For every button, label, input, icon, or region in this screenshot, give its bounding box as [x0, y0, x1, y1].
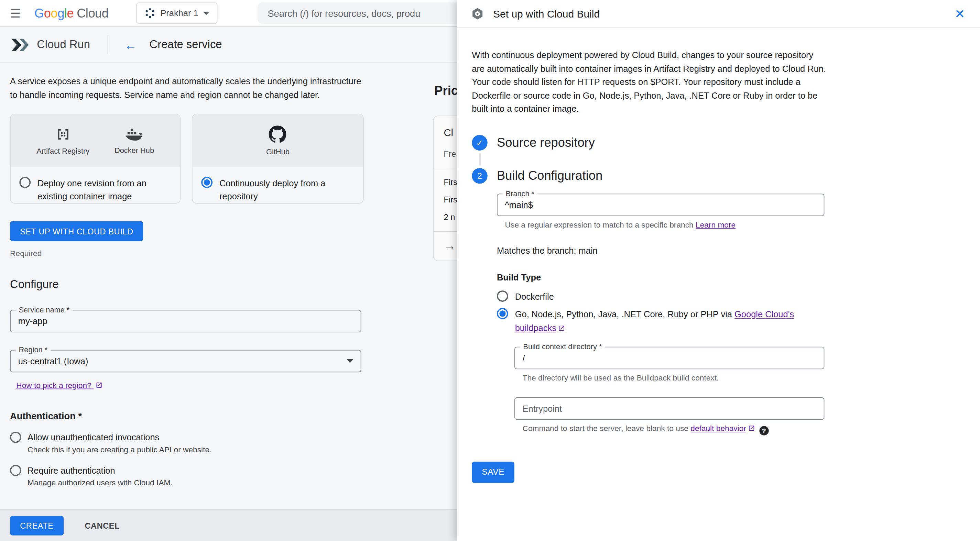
google-wordmark: Google: [34, 6, 73, 20]
region-label: Region *: [16, 346, 51, 354]
build-configuration-form: Branch * Use a regular expression to mat…: [497, 194, 965, 435]
setup-cloud-build-button[interactable]: SET UP WITH CLOUD BUILD: [10, 221, 143, 241]
panel-intro-2: Your code should listen for HTTP request…: [472, 76, 828, 116]
create-service-form: A service exposes a unique endpoint and …: [0, 63, 433, 509]
buildtype-buildpacks[interactable]: Go, Node.js, Python, Java, .NET Core, Ru…: [497, 308, 965, 335]
build-context-field[interactable]: Build context directory *: [514, 347, 824, 369]
service-intro-text: A service exposes a unique endpoint and …: [10, 75, 368, 102]
build-context-helper: The directory will be used as the Buildp…: [523, 374, 965, 382]
repo-icons: GitHub: [192, 114, 363, 167]
product-name: Cloud Run: [37, 38, 90, 51]
panel-body: With continuous deployment powered by Cl…: [457, 28, 980, 482]
required-note: Required: [10, 249, 423, 258]
page-title: Create service: [150, 38, 222, 51]
build-type-heading: Build Type: [497, 272, 965, 282]
project-name: Prakhar 1: [160, 8, 198, 18]
create-button[interactable]: CREATE: [10, 516, 64, 535]
learn-more-link[interactable]: Learn more: [696, 221, 735, 229]
radio-continuous-deploy[interactable]: [201, 177, 213, 188]
chevron-down-icon: [203, 12, 209, 15]
build-context-input[interactable]: [523, 353, 816, 363]
region-help-link[interactable]: How to pick a region?: [16, 381, 102, 390]
step-source-repository-title: Source repository: [497, 135, 595, 150]
registry-icons: Artifact Registry Docker Hub: [11, 114, 180, 167]
step-build-configuration: 2 Build Configuration: [472, 168, 965, 183]
region-help-link-text: How to pick a region?: [16, 381, 91, 390]
radio-allow-unauthenticated[interactable]: [10, 432, 21, 443]
entrypoint-input[interactable]: [523, 403, 816, 414]
entrypoint-field[interactable]: [514, 397, 824, 420]
external-link-icon: [558, 324, 565, 332]
step-build-configuration-title: Build Configuration: [497, 168, 603, 183]
cloud-run-icon: [10, 37, 29, 52]
branch-helper: Use a regular expression to match to a s…: [505, 221, 965, 229]
branch-match-text: Matches the branch: main: [497, 245, 965, 255]
external-link-icon: [95, 382, 102, 389]
configure-heading: Configure: [10, 278, 423, 291]
panel-intro-1: With continuous deployment powered by Cl…: [472, 49, 828, 76]
artifact-registry-label: Artifact Registry: [37, 147, 89, 155]
auth-option-unauthenticated-label: Allow unauthenticated invocations: [27, 432, 212, 444]
radio-dockerfile[interactable]: [497, 290, 508, 301]
radio-continuous-deploy-label: Continuously deploy from a repository: [220, 177, 348, 203]
auth-option-require-auth-desc: Manage authorized users with Cloud IAM.: [27, 478, 173, 487]
buildtype-buildpacks-label: Go, Node.js, Python, Java, .NET Core, Ru…: [515, 308, 809, 335]
radio-deploy-existing-image[interactable]: [19, 177, 30, 188]
step-connector: [479, 152, 481, 165]
cloud-build-icon: [471, 7, 485, 21]
radio-require-authentication[interactable]: [10, 465, 21, 476]
docker-hub-label: Docker Hub: [115, 146, 154, 155]
default-behavior-link[interactable]: default behavior: [690, 424, 755, 433]
dropdown-caret-icon: [347, 359, 353, 363]
save-button[interactable]: SAVE: [472, 461, 514, 482]
branch-label: Branch *: [503, 189, 538, 198]
buildtype-dockerfile[interactable]: Dockerfile: [497, 290, 965, 303]
google-cloud-logo[interactable]: Google Cloud: [34, 6, 108, 20]
region-select[interactable]: Region * us-central1 (Iowa): [10, 350, 361, 372]
radio-deploy-existing-image-label: Deploy one revision from an existing con…: [38, 177, 166, 203]
branch-field[interactable]: Branch *: [497, 194, 824, 216]
panel-header: Set up with Cloud Build ✕: [457, 0, 980, 28]
docker-icon: [125, 127, 144, 142]
cloud-wordmark: Cloud: [77, 6, 108, 20]
panel-title: Set up with Cloud Build: [493, 8, 600, 20]
help-icon[interactable]: ?: [759, 426, 768, 435]
github-icon: [269, 125, 286, 143]
divider: [108, 35, 108, 54]
card-existing-image[interactable]: Artifact Registry Docker Hub: [10, 114, 181, 204]
step-done-icon: ✓: [472, 135, 487, 150]
service-name-field[interactable]: Service name *: [10, 310, 361, 332]
arrow-forward-icon[interactable]: →: [444, 239, 456, 252]
auth-option-require-auth[interactable]: Require authentication Manage authorized…: [10, 465, 423, 487]
service-name-label: Service name *: [16, 306, 73, 314]
entrypoint-helper: Command to start the server, leave blank…: [523, 424, 965, 435]
back-button[interactable]: ←: [124, 38, 137, 51]
hamburger-menu-icon[interactable]: ☰: [10, 7, 21, 19]
service-name-input[interactable]: [18, 316, 353, 326]
cloud-build-panel: Set up with Cloud Build ✕ With continuou…: [457, 0, 980, 541]
github-label: GitHub: [266, 148, 290, 156]
external-link-icon: [748, 425, 755, 432]
region-value: us-central1 (Iowa): [18, 356, 88, 366]
build-context-label: Build context directory *: [520, 342, 605, 351]
branch-input[interactable]: [505, 200, 816, 209]
cancel-button[interactable]: CANCEL: [81, 520, 124, 531]
auth-option-require-auth-label: Require authentication: [27, 465, 173, 477]
step-number-badge: 2: [472, 168, 487, 183]
artifact-registry-icon: [55, 126, 71, 142]
step-source-repository[interactable]: ✓ Source repository: [472, 135, 965, 150]
project-selector[interactable]: Prakhar 1: [136, 2, 218, 24]
authentication-heading: Authentication *: [10, 410, 423, 421]
project-icon: [144, 8, 156, 19]
auth-option-unauthenticated-desc: Check this if you are creating a public …: [27, 446, 212, 454]
buildtype-dockerfile-label: Dockerfile: [515, 290, 554, 303]
screen: ☰ Google Cloud Prakhar 1 Cloud: [0, 0, 980, 541]
radio-buildpacks[interactable]: [497, 308, 508, 319]
deployment-option-cards: Artifact Registry Docker Hub: [10, 114, 423, 204]
close-icon[interactable]: ✕: [953, 8, 966, 20]
auth-option-unauthenticated[interactable]: Allow unauthenticated invocations Check …: [10, 432, 423, 454]
card-continuous-deploy[interactable]: GitHub Continuously deploy from a reposi…: [192, 114, 364, 204]
